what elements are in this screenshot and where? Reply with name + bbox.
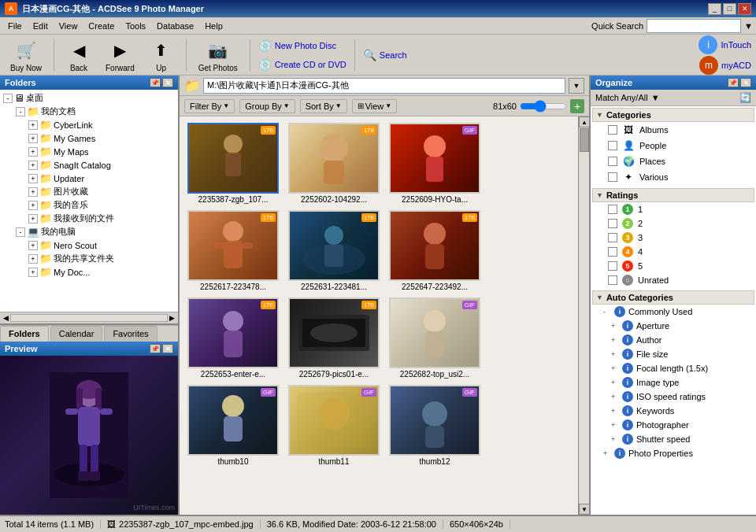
org-item-rating-1[interactable]: 1 1 — [592, 202, 754, 216]
thumbnail-3[interactable]: GIF 2252609-HYO-ta... — [387, 123, 482, 204]
auto-cat-filesize[interactable]: + i File size — [592, 347, 754, 361]
auto-cat-shutter[interactable]: + i Shutter speed — [592, 432, 754, 446]
zoom-slider[interactable] — [520, 102, 567, 111]
thumbnail-4[interactable]: 176 2252617-223478... — [186, 210, 280, 291]
tree-expand-mycomputer[interactable]: - — [16, 227, 25, 237]
org-item-places[interactable]: 🌍 Places — [592, 153, 754, 169]
tree-item-snagit[interactable]: + 📁 SnagIt Catalog — [27, 158, 176, 172]
org-item-rating-4[interactable]: 4 4 — [592, 245, 754, 259]
tree-item-shared[interactable]: + 📁 我的共享文件夹 — [27, 252, 176, 265]
org-item-people[interactable]: 👤 People — [592, 138, 754, 153]
tab-favorites[interactable]: Favorites — [104, 326, 157, 342]
tree-expand-shared[interactable]: + — [28, 254, 38, 264]
people-checkbox[interactable] — [608, 141, 617, 150]
various-checkbox[interactable] — [608, 172, 617, 182]
thumbnail-5[interactable]: 178 2252631-223481... — [287, 210, 381, 291]
ratings-header[interactable]: ▼ Ratings — [592, 188, 754, 202]
tree-item-nero[interactable]: + 📁 Nero Scout — [27, 238, 176, 252]
org-item-unrated[interactable]: ○ Unrated — [592, 273, 754, 287]
thumbnail-1[interactable]: 176 2235387-zgb_107... — [186, 123, 280, 204]
organize-close-button[interactable]: ✕ — [740, 78, 751, 87]
auto-cat-photographer[interactable]: + i Photographer — [592, 418, 754, 432]
view-button[interactable]: ⊞ View ▼ — [352, 99, 398, 113]
menu-view[interactable]: View — [54, 20, 83, 32]
match-dropdown-arrow[interactable]: ▼ — [651, 93, 660, 102]
preview-header-buttons[interactable]: 📌 ✕ — [150, 344, 173, 353]
myacd-button[interactable]: m myACD — [699, 56, 751, 75]
tree-expand-mygames[interactable]: + — [28, 134, 38, 143]
folders-header-buttons[interactable]: 📌 ✕ — [150, 78, 173, 87]
quick-search-dropdown-icon[interactable]: ▼ — [744, 21, 753, 31]
tree-item-desktop[interactable]: - 🖥 桌面 — [2, 91, 176, 105]
create-cd-dvd-button[interactable]: 💿 Create CD or DVD — [257, 57, 348, 72]
auto-categories-header[interactable]: ▼ Auto Categories — [592, 290, 754, 305]
tree-item-received[interactable]: + 📁 我接收到的文件 — [27, 212, 176, 225]
rating1-checkbox[interactable] — [608, 205, 617, 214]
forward-button[interactable]: ▶ Forward — [100, 35, 140, 75]
tree-item-updater[interactable]: + 📁 Updater — [27, 172, 176, 185]
organize-refresh-icon[interactable]: 🔄 — [739, 92, 751, 103]
address-dropdown-button[interactable]: ▼ — [569, 78, 584, 94]
tab-calendar[interactable]: Calendar — [50, 326, 103, 342]
tree-expand-cyberlink[interactable]: + — [28, 120, 38, 130]
tree-item-piclib[interactable]: + 📁 图片收藏 — [27, 185, 176, 198]
auto-cat-aperture[interactable]: + i Aperture — [592, 319, 754, 333]
auto-cat-photo-properties[interactable]: + i Photo Properties — [592, 446, 754, 460]
close-button[interactable]: ✕ — [738, 3, 751, 15]
tree-item-mycomputer[interactable]: - 💻 我的电脑 — [14, 225, 176, 238]
auto-cat-author[interactable]: + i Author — [592, 333, 754, 347]
tree-expand-mydocs[interactable]: - — [16, 107, 25, 116]
tree-expand-nero[interactable]: + — [28, 241, 38, 250]
menu-database[interactable]: Database — [152, 20, 198, 32]
tree-item-mydocs[interactable]: - 📁 我的文档 — [14, 105, 176, 118]
search-button[interactable]: 🔍 Search — [361, 47, 409, 63]
thumbnail-8[interactable]: 176 2252679-pics01-e... — [287, 297, 381, 379]
up-button[interactable]: ⬆ Up — [143, 35, 180, 75]
filter-by-button[interactable]: Filter By ▼ — [184, 99, 235, 113]
tree-item-cyberlink[interactable]: + 📁 CyberLink — [27, 118, 176, 131]
back-button[interactable]: ◀ Back — [61, 35, 97, 75]
org-item-various[interactable]: ✦ Various — [592, 169, 754, 185]
thumbnail-11[interactable]: GIF thumb11 — [287, 385, 381, 466]
unrated-checkbox[interactable] — [608, 275, 617, 285]
address-input[interactable] — [203, 78, 565, 94]
org-item-rating-2[interactable]: 2 2 — [592, 216, 754, 231]
tab-folders[interactable]: Folders — [0, 326, 49, 342]
tree-item-mymusic[interactable]: + 📁 我的音乐 — [27, 198, 176, 212]
folders-close-button[interactable]: ✕ — [162, 78, 173, 87]
org-item-rating-5[interactable]: 5 5 — [592, 259, 754, 273]
tree-expand-received[interactable]: + — [28, 214, 38, 224]
thumbnail-6[interactable]: 176 2252647-223492... — [387, 210, 482, 291]
intouch-button[interactable]: i InTouch — [699, 35, 751, 54]
organize-header-buttons[interactable]: 📌 ✕ — [728, 78, 751, 87]
tree-expand-desktop[interactable]: - — [3, 94, 13, 103]
quick-search-input[interactable] — [647, 19, 741, 33]
menu-create[interactable]: Create — [83, 20, 119, 32]
auto-cat-imagetype[interactable]: + i Image type — [592, 375, 754, 390]
tree-expand-piclib[interactable]: + — [28, 187, 38, 197]
get-photos-button[interactable]: 📷 Get Photos — [193, 35, 243, 75]
menu-file[interactable]: File — [3, 20, 27, 32]
scroll-down-button[interactable]: ▼ — [579, 504, 590, 515]
auto-cat-iso[interactable]: + i ISO speed ratings — [592, 390, 754, 404]
organize-pin-button[interactable]: 📌 — [728, 78, 739, 87]
tree-expand-mymaps[interactable]: + — [28, 147, 38, 157]
title-bar-buttons[interactable]: _ □ ✕ — [708, 3, 751, 15]
menu-tools[interactable]: Tools — [120, 20, 150, 32]
preview-pin-button[interactable]: 📌 — [150, 344, 161, 353]
tree-expand-mymusic[interactable]: + — [28, 201, 38, 210]
scroll-up-button[interactable]: ▲ — [579, 116, 590, 127]
tree-item-mymaps[interactable]: + 📁 My Maps — [27, 145, 176, 158]
auto-cat-focal[interactable]: + i Focal length (1.5x) — [592, 361, 754, 375]
scroll-thumb[interactable] — [580, 128, 589, 152]
add-button[interactable]: + — [570, 99, 584, 113]
tree-scroll-right[interactable]: ▶ — [169, 314, 175, 322]
auto-cat-keywords[interactable]: + i Keywords — [592, 404, 754, 418]
thumbnails-scrollbar[interactable]: ▲ ▼ — [578, 116, 589, 515]
tree-item-mygames[interactable]: + 📁 My Games — [27, 131, 176, 145]
tree-expand-snagit[interactable]: + — [28, 161, 38, 170]
menu-help[interactable]: Help — [200, 20, 228, 32]
albums-checkbox[interactable] — [608, 125, 617, 135]
buy-now-button[interactable]: 🛒 Buy Now — [5, 35, 47, 75]
thumbnail-7[interactable]: 176 2252653-enter-e... — [186, 297, 280, 379]
